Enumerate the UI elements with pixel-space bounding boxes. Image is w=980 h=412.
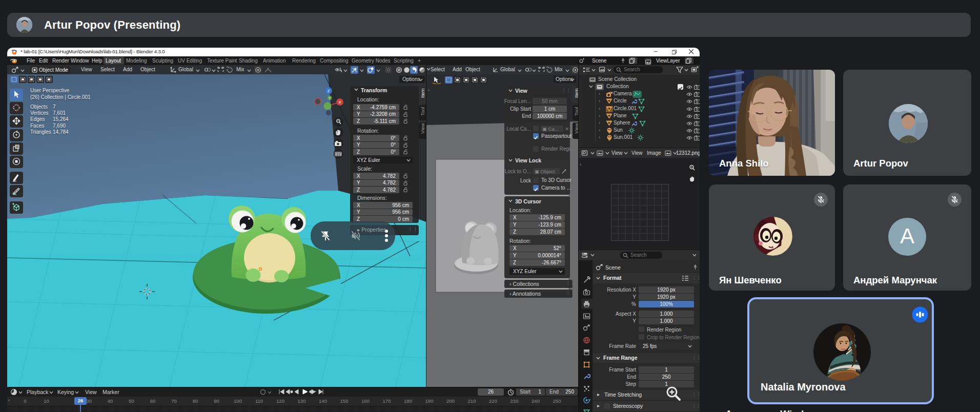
svg-text:Y: Y xyxy=(329,96,331,100)
svg-text:Z: Z xyxy=(328,89,330,93)
svg-text:X: X xyxy=(338,100,341,105)
